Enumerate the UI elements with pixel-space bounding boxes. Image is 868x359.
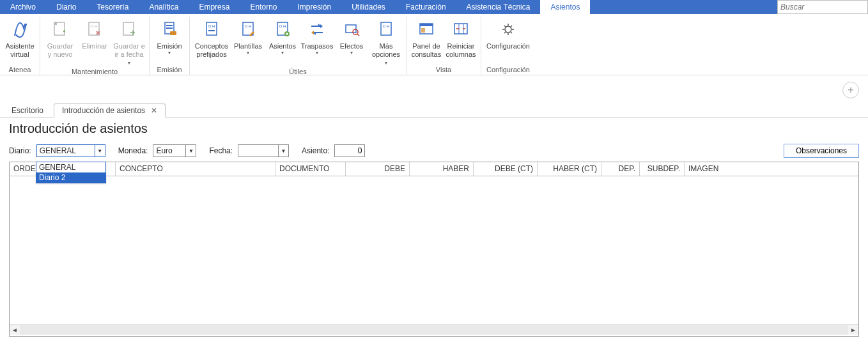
mas-opciones-button[interactable]: D H Más opciones ▾ — [370, 17, 402, 66]
close-icon[interactable]: ✕ — [151, 106, 157, 115]
col-debe-ct[interactable]: DEBE (CT) — [474, 162, 538, 176]
ribbon-label: ir a fecha ▾ — [113, 50, 145, 66]
alpha-icon — [8, 18, 31, 41]
col-subdep[interactable]: SUBDEP. — [640, 162, 685, 176]
asiento-label: Asiento: — [302, 146, 329, 155]
menu-entorno[interactable]: Entorno — [240, 0, 287, 14]
chevron-down-icon[interactable]: ▼ — [278, 145, 288, 157]
emision-button[interactable]: Emisión ▾ — [153, 17, 185, 65]
document-more-icon: D H — [375, 18, 398, 41]
ribbon-label: Emisión — [157, 42, 182, 50]
configuracion-button[interactable]: Configuración — [485, 17, 531, 65]
ribbon-group-utiles: D H Conceptos prefijados D H Plantillas … — [190, 17, 407, 75]
asiento-input[interactable] — [335, 145, 364, 157]
asistente-virtual-button[interactable]: Asistente virtual — [4, 17, 36, 65]
add-button[interactable]: + — [842, 82, 859, 98]
traspasos-button[interactable]: Traspasos ▾ — [301, 17, 333, 66]
document-plus-icon — [49, 18, 72, 41]
svg-point-17 — [353, 29, 358, 34]
diario-combo[interactable]: GENERAL ▼ — [36, 144, 105, 157]
ribbon-group-vista: Panel de consultas Reiniciar columnas Vi… — [407, 17, 481, 75]
ribbon-label: Eliminar — [82, 42, 107, 50]
svg-rect-5 — [166, 25, 173, 26]
grid-body[interactable] — [10, 176, 858, 325]
menu-impresion[interactable]: Impresión — [287, 0, 341, 14]
col-concepto[interactable]: CONCEPTO — [116, 162, 275, 176]
col-dep[interactable]: DEP. — [601, 162, 640, 176]
tab-introduccion-asientos[interactable]: Introducción de asientos ✕ — [54, 103, 166, 118]
tab-label: Introducción de asientos — [62, 106, 145, 115]
col-haber-ct[interactable]: HABER (CT) — [538, 162, 601, 176]
grid-header: ORDEN CUENTA CONCEPTO DOCUMENTO DEBE HAB… — [10, 162, 858, 176]
transfer-arrows-icon — [306, 18, 329, 41]
tab-escritorio[interactable]: Escritorio — [4, 104, 51, 117]
diario-value: GENERAL — [40, 146, 76, 155]
col-haber[interactable]: HABER — [410, 162, 474, 176]
ribbon: Asistente virtual Atenea Guardar y nuevo… — [0, 14, 868, 75]
filter-bar: Diario: GENERAL ▼ Moneda: Euro ▼ Fecha: … — [0, 141, 868, 162]
menu-tesoreria[interactable]: Tesorería — [86, 0, 139, 14]
ribbon-group-mantenimiento: Guardar y nuevo D H Eliminar Guardar e i… — [40, 17, 150, 75]
ribbon-label: Guardar e — [113, 42, 145, 50]
menu-archivo[interactable]: Archivo — [0, 0, 46, 14]
document-pencil-icon: D H — [236, 18, 260, 41]
conceptos-prefijados-button[interactable]: D H Conceptos prefijados — [194, 17, 229, 66]
asientos-button[interactable]: D H Asientos ▾ — [267, 17, 298, 66]
asiento-input-wrap[interactable] — [334, 144, 365, 157]
svg-rect-16 — [346, 25, 356, 33]
ribbon-label: prefijados — [196, 50, 227, 59]
eliminar-button: D H Eliminar — [79, 17, 111, 66]
document-dh-icon: D H — [200, 18, 223, 41]
chevron-down-icon: ▾ — [281, 50, 284, 56]
gear-icon — [497, 18, 520, 41]
menu-diario[interactable]: Diario — [46, 0, 86, 14]
reiniciar-columnas-button[interactable]: Reiniciar columnas — [445, 17, 477, 65]
moneda-combo[interactable]: Euro ▼ — [153, 144, 196, 157]
menu-empresa[interactable]: Empresa — [189, 0, 240, 14]
ribbon-label: Configuración — [486, 42, 530, 50]
diario-dropdown[interactable]: GENERAL Diario 2 — [36, 162, 106, 183]
ribbon-group-atenea: Asistente virtual Atenea — [0, 17, 40, 75]
scroll-track[interactable] — [20, 325, 848, 335]
menu-asistencia-tecnica[interactable]: Asistencia Técnica — [456, 0, 541, 14]
search-box[interactable] — [777, 0, 868, 14]
grid-horizontal-scrollbar[interactable]: ◄ ► — [10, 325, 858, 335]
scroll-right-icon[interactable]: ► — [848, 325, 858, 335]
ribbon-group-title: Mantenimiento — [72, 66, 118, 75]
ribbon-group-title: Configuración — [486, 65, 530, 73]
ribbon-label: Conceptos — [195, 42, 229, 50]
menu-facturacion[interactable]: Facturación — [396, 0, 456, 14]
scroll-left-icon[interactable]: ◄ — [10, 325, 20, 335]
entries-grid: ORDEN CUENTA CONCEPTO DOCUMENTO DEBE HAB… — [9, 162, 859, 337]
moneda-label: Moneda: — [118, 146, 148, 155]
guardar-nuevo-button: Guardar y nuevo — [44, 17, 76, 66]
plantillas-button[interactable]: D H Plantillas ▾ — [232, 17, 264, 66]
menu-asientos[interactable]: Asientos — [540, 0, 590, 14]
efectos-button[interactable]: Efectos ▾ — [336, 17, 368, 66]
chevron-down-icon: ▾ — [128, 60, 130, 66]
ribbon-label: Asientos — [269, 42, 296, 50]
ribbon-group-emision: Emisión ▾ Emisión — [150, 17, 190, 75]
fecha-combo[interactable]: ▼ — [238, 144, 289, 157]
chevron-down-icon: ▾ — [168, 50, 171, 56]
ribbon-group-configuracion: Configuración Configuración — [481, 17, 535, 75]
observaciones-button[interactable]: Observaciones — [784, 144, 859, 158]
svg-text:D H: D H — [245, 24, 251, 28]
col-documento[interactable]: DOCUMENTO — [275, 162, 346, 176]
ribbon-label: Reiniciar — [447, 42, 475, 50]
dropdown-option[interactable]: GENERAL — [36, 162, 105, 172]
search-input[interactable] — [780, 3, 865, 11]
panel-consultas-button[interactable]: Panel de consultas — [410, 17, 442, 65]
menu-analitica[interactable]: Analítica — [139, 0, 189, 14]
dropdown-option[interactable]: Diario 2 — [36, 172, 105, 183]
print-document-icon — [158, 18, 181, 41]
col-debe[interactable]: DEBE — [346, 162, 410, 176]
ribbon-label: Plantillas — [234, 42, 262, 50]
col-imagen[interactable]: IMAGEN — [685, 162, 858, 176]
moneda-value: Euro — [156, 146, 172, 155]
chevron-down-icon[interactable]: ▼ — [95, 145, 105, 157]
ribbon-group-title: Emisión — [157, 65, 182, 73]
menu-utilidades[interactable]: Utilidades — [341, 0, 396, 14]
chevron-down-icon[interactable]: ▼ — [185, 145, 196, 157]
svg-point-24 — [505, 26, 511, 33]
